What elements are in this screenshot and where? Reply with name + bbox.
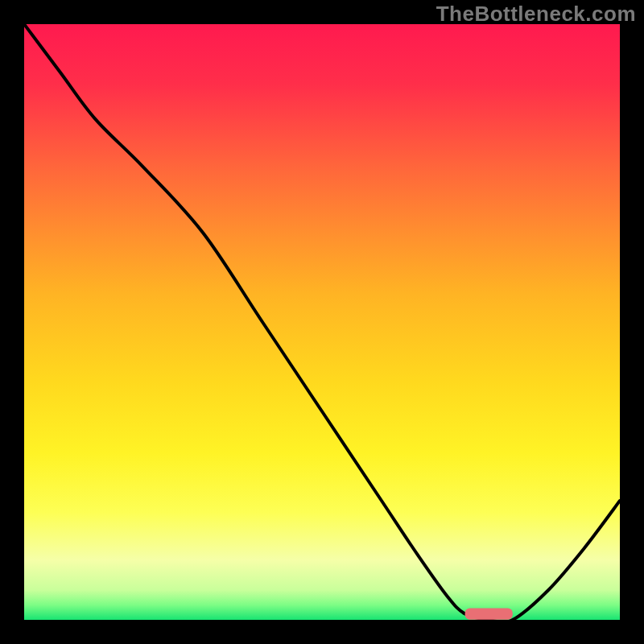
chart-frame: TheBottleneck.com bbox=[0, 0, 644, 644]
watermark-text: TheBottleneck.com bbox=[436, 2, 636, 27]
bottleneck-chart bbox=[24, 24, 620, 620]
optimum-marker bbox=[465, 609, 513, 620]
heat-gradient-bg bbox=[24, 24, 620, 620]
